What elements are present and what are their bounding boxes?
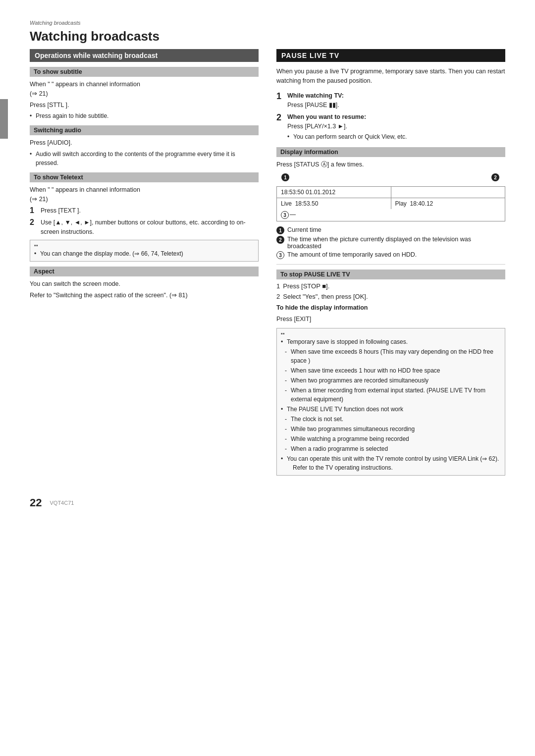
legend-2: 2 The time when the picture currently di…	[276, 236, 505, 250]
right-step-1: 1 While watching TV: Press [PAUSE ▮▮].	[276, 91, 505, 110]
audio-para1: Press [AUDIO].	[30, 138, 259, 148]
stop-header: To stop PAUSE LIVE TV	[276, 270, 505, 279]
left-section-header: Operations while watching broadcast	[30, 49, 259, 62]
legend-1: 1 Current time	[276, 226, 505, 234]
display-info-diagram: 1 2 18:53:50 01.01.2012 Live 18:53.50	[276, 173, 505, 222]
subtitle-bullet1: Press again to hide subtitle.	[30, 111, 259, 120]
legend-3: 3 The amount of time temporarily saved o…	[276, 251, 505, 259]
subtitle-para2: Press [STTL ].	[30, 101, 259, 110]
teletext-step1: 1 Press [TEXT ].	[30, 206, 259, 216]
display-box-row2-left: Live 18:53.50	[277, 198, 391, 209]
page-title: Watching broadcasts	[30, 29, 505, 44]
teletext-step2: 2 Use [▲, ▼, ◄, ►], number buttons or co…	[30, 218, 259, 237]
display-info-header: Display information	[276, 147, 505, 157]
left-column: Operations while watching broadcast To s…	[30, 49, 259, 302]
aspect-header: Aspect	[30, 267, 259, 276]
subtitle-header: To show subtitle	[30, 67, 259, 77]
right-section-header: PAUSE LIVE TV	[276, 49, 505, 62]
teletext-header: To show Teletext	[30, 172, 259, 182]
right-intro: When you pause a live TV programme, temp…	[276, 67, 505, 86]
display-info-para1: Press [STATUS Ⓐ] a few times.	[276, 160, 505, 169]
display-box-row2-right: Play 18:40.12	[391, 198, 505, 209]
audio-bullet1: Audio will switch according to the conte…	[30, 150, 259, 167]
audio-header: Switching audio	[30, 125, 259, 135]
teletext-para1: When " " appears in channel information …	[30, 185, 259, 204]
stop-step2: 2 Select "Yes", then press [OK].	[276, 293, 505, 300]
stop-step1: 1 Press [STOP ■].	[276, 282, 505, 290]
display-box-row3: 3—	[277, 209, 505, 221]
page-number: 22	[30, 496, 42, 509]
breadcrumb: Watching broadcasts	[30, 20, 505, 26]
subtitle-para1: When " " appears in channel information …	[30, 80, 259, 99]
aspect-para2: Refer to "Switching the aspect ratio of …	[30, 291, 259, 300]
hide-display-header: To hide the display information	[276, 303, 505, 313]
display-box-row1-left: 18:53:50 01.01.2012	[277, 187, 391, 198]
vqt-code: VQT4C71	[50, 500, 74, 506]
display-box-row1-right	[391, 187, 505, 198]
right-step-2: 2 When you want to resume: Press [PLAY/×…	[276, 112, 505, 142]
aspect-para1: You can switch the screen mode.	[30, 279, 259, 289]
hide-display-para1: Press [EXIT]	[276, 315, 505, 324]
page-footer: 22 VQT4C71	[30, 493, 505, 509]
teletext-note: ▪▪ You can change the display mode. (⇒ 6…	[30, 240, 259, 262]
right-notes-box: ▪▪ Temporary save is stopped in followin…	[276, 328, 505, 476]
right-column: PAUSE LIVE TV When you pause a live TV p…	[276, 49, 505, 479]
